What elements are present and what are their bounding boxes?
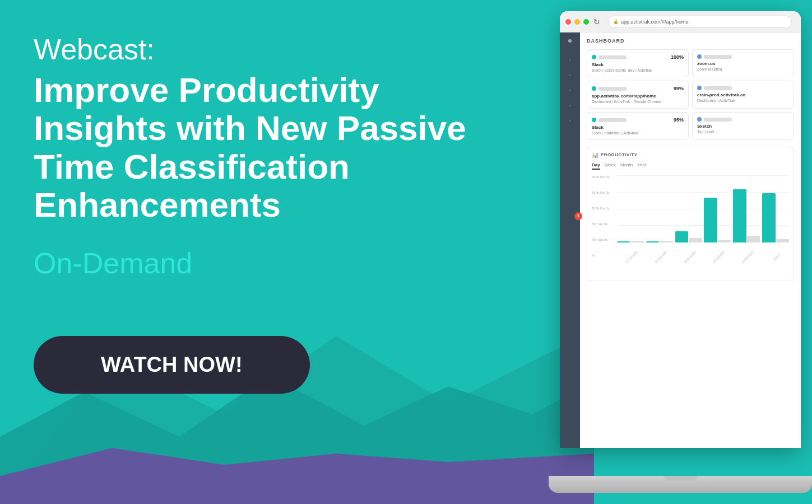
browser-refresh-icon[interactable]: ↻	[592, 17, 601, 26]
x-label-4: 12/15/2020	[708, 246, 729, 268]
sidebar-chevron-2[interactable]: ›	[569, 73, 570, 77]
card-4-header	[697, 86, 789, 90]
url-text: app.activtrak.com/#/app/home	[621, 19, 689, 25]
bar-gray-3	[689, 238, 702, 242]
y-label-120: 120h 0m 0s	[592, 207, 609, 210]
activity-card-3: 99% app.activtrak.com/#/app/home Dashboa…	[587, 81, 689, 109]
x-label-6: 12/17/	[766, 246, 787, 268]
card-4-detail: Dashboard | ActivTrak	[697, 99, 789, 102]
user-name-6	[704, 118, 732, 122]
activity-card-2: zoom.us Zoom Meeting	[692, 49, 794, 77]
card-5-header: 95%	[592, 117, 684, 123]
card-1-detail: Slack | activinsights_dev | Activtrak	[592, 68, 684, 72]
browser-url-bar[interactable]: 🔒 app.activtrak.com/#/app/home	[608, 16, 792, 28]
bar-gray-6	[776, 239, 789, 242]
main-title: Improve Productivity Insights with New P…	[34, 71, 516, 224]
sidebar-chevron-3[interactable]: ›	[569, 88, 570, 92]
y-label-200: 200h 0m 0s	[592, 175, 609, 179]
user-status-dot-6	[697, 117, 702, 122]
card-3-user	[592, 86, 627, 91]
laptop-base	[549, 476, 812, 493]
x-axis-labels: 12/12/2020 12/13/2020 12/14/2020 12/15/2…	[617, 256, 789, 259]
card-6-user	[697, 117, 732, 122]
y-label-80: 80h 0m 0s	[592, 222, 609, 226]
x-label-3: 12/14/2020	[679, 246, 700, 268]
user-name-1	[598, 55, 627, 59]
bar-group-4	[704, 198, 731, 242]
card-6-header	[697, 117, 789, 122]
activity-card-4: crain-prod.activtrak.co Dashboard | Acti…	[692, 81, 794, 109]
bar-group-3	[675, 231, 702, 242]
laptop-screen: ↻ 🔒 app.activtrak.com/#/app/home › › › ›…	[560, 11, 801, 448]
productivity-title-text: PRODUCTIVITY	[601, 152, 638, 157]
lock-icon: 🔒	[613, 19, 619, 24]
dashboard-layout: › › › › › DASHBOARD	[560, 32, 801, 448]
card-1-pct: 100%	[671, 54, 684, 60]
card-6-detail: Top Level	[697, 130, 789, 134]
x-label-2: 12/13/2020	[650, 246, 671, 268]
card-1-app: Slack	[592, 62, 684, 67]
card-2-user	[697, 54, 732, 59]
laptop-mockup: ↻ 🔒 app.activtrak.com/#/app/home › › › ›…	[549, 11, 812, 493]
card-3-detail: Dashboard | ActivTrak - Google Chrome	[592, 100, 684, 104]
card-1-header: 100%	[592, 54, 684, 60]
bar-teal-5	[733, 189, 746, 242]
on-demand-label: On-Demand	[34, 246, 516, 280]
chart-icon: 📊	[592, 152, 598, 158]
tab-week[interactable]: Week	[605, 162, 616, 170]
y-axis-labels: 200h 0m 0s 160h 0m 0s 120h 0m 0s 80h 0m …	[592, 175, 609, 259]
bar-teal-6	[762, 193, 775, 242]
user-status-dot-3	[592, 86, 596, 91]
notification-badge: 1	[574, 212, 582, 220]
y-label-0: 0s	[592, 254, 609, 257]
bar-gray-2	[660, 241, 672, 242]
bar-teal-2	[646, 241, 659, 242]
card-5-app: Slack	[592, 125, 684, 130]
activity-card-1: 100% Slack Slack | activinsights_dev | A…	[587, 49, 689, 77]
card-4-user	[697, 86, 732, 90]
user-status-dot-4	[697, 86, 702, 90]
card-5-pct: 95%	[674, 117, 684, 123]
y-label-160: 160h 0m 0s	[592, 191, 609, 194]
tab-year[interactable]: Year	[637, 162, 646, 170]
app-sidebar: › › › › ›	[560, 32, 580, 448]
sidebar-logo	[568, 39, 572, 43]
user-status-dot-5	[592, 118, 596, 122]
tab-day[interactable]: Day	[592, 162, 600, 170]
user-name-2	[704, 55, 732, 59]
bar-gray-4	[718, 240, 731, 242]
card-1-user	[592, 55, 627, 59]
bar-teal-1	[617, 241, 630, 242]
y-label-40: 40h 0m 0s	[592, 238, 609, 241]
left-content-area: Webcast: Improve Productivity Insights w…	[34, 34, 516, 394]
sidebar-chevron-4[interactable]: ›	[569, 104, 570, 108]
sidebar-nav: › › › › ›	[569, 47, 570, 123]
watch-now-button[interactable]: WATCH NOW!	[34, 336, 310, 394]
bar-group-6	[762, 193, 789, 242]
tab-month[interactable]: Month	[620, 162, 633, 170]
user-name-4	[704, 86, 732, 90]
card-2-app: zoom.us	[697, 61, 789, 66]
grid-line-1	[617, 175, 789, 176]
grid-line-2	[617, 192, 789, 193]
bar-group-5	[733, 189, 760, 242]
card-5-user	[592, 118, 627, 122]
bar-gray-1	[630, 241, 643, 242]
bar-teal-4	[704, 198, 717, 242]
chart-bars-area: 12/12/2020 12/13/2020 12/14/2020 12/15/2…	[617, 175, 789, 259]
dashboard-title: DASHBOARD	[587, 38, 794, 44]
webcast-label: Webcast:	[34, 34, 516, 66]
card-3-pct: 99%	[674, 86, 684, 91]
user-status-dot-2	[697, 54, 702, 59]
card-3-header: 99%	[592, 86, 684, 91]
productivity-section-title: 📊 PRODUCTIVITY	[592, 152, 789, 158]
browser-dot-green	[583, 19, 589, 25]
sidebar-chevron-1[interactable]: ›	[569, 58, 570, 62]
browser-dot-red	[565, 19, 571, 25]
user-name-5	[598, 118, 627, 122]
user-name-3	[598, 87, 627, 91]
sidebar-chevron-5[interactable]: ›	[569, 119, 570, 123]
card-2-detail: Zoom Meeting	[697, 67, 789, 71]
x-label-5: 12/16/2020	[737, 246, 758, 268]
card-2-header	[697, 54, 789, 59]
